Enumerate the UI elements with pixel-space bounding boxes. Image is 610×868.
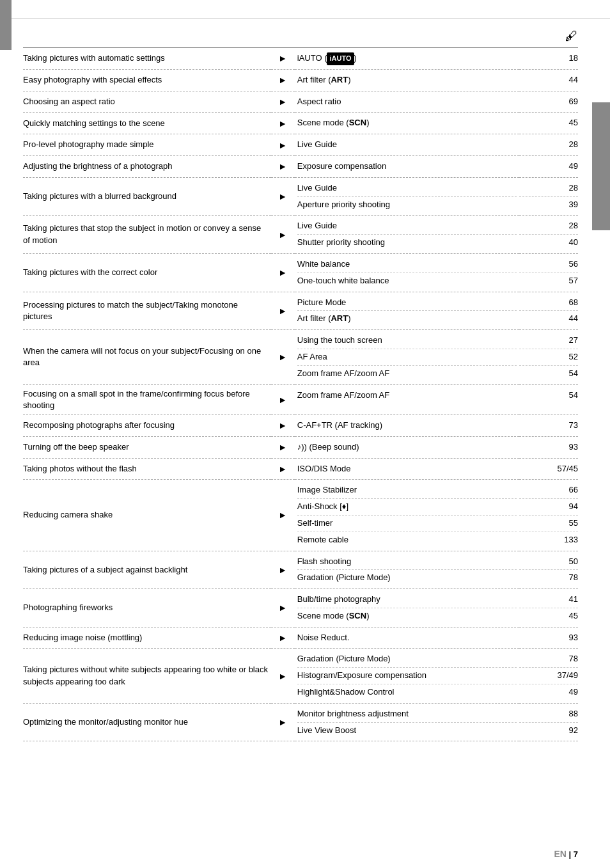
feature-page: 57 [519,273,578,289]
feature-cell: Art filter (ART) [295,69,519,91]
feature-name: Art filter (ART) [297,311,517,327]
feature-name: AF Area [297,349,517,366]
arrow-icon: ► [271,551,295,589]
feature-page: 68 [519,295,578,312]
feature-name: Highlight&Shadow Control [297,684,517,700]
feature-page: 39 [519,197,578,213]
feature-page: 18 [519,51,578,67]
arrow-icon: ► [271,48,295,70]
feature-page: 54 [519,388,578,404]
feature-name: ♪)) (Beep sound) [297,439,517,455]
feature-name: C-AF+TR (AF tracking) [297,418,517,434]
feature-name: Art filter (ART) [297,72,517,88]
page-cell: 54 [519,384,578,414]
task-cell: Optimizing the monitor/adjusting monitor… [23,703,271,741]
table-row: Focusing on a small spot in the frame/co… [23,384,578,414]
feature-cell: ♪)) (Beep sound) [295,436,519,458]
feature-page: 40 [519,235,578,251]
page: 🖋 Taking pictures with automatic setting… [0,0,610,868]
page-cell: 69 [519,91,578,113]
feature-page: 69 [519,94,578,110]
feature-name: Anti-Shock [♦] [297,499,517,516]
page-cell: 7837/4949 [519,649,578,703]
table-row: Processing pictures to match the subject… [23,292,578,330]
feature-cell: Live GuideShutter priority shooting [295,216,519,254]
feature-page: 41 [519,592,578,608]
feature-name: Bulb/time photography [297,592,517,608]
arrow-icon: ► [271,649,295,703]
section-header: 🖋 [23,29,578,43]
feature-page: 45 [519,115,578,131]
feature-cell: Aspect ratio [295,91,519,113]
feature-page: 28 [519,180,578,197]
page-cell: 73 [519,414,578,436]
task-cell: Taking pictures with a blurred backgroun… [23,177,271,216]
page-cell: 5078 [519,551,578,589]
table-row: Taking pictures that stop the subject in… [23,216,578,254]
main-content: 🖋 Taking pictures with automatic setting… [0,19,610,752]
task-cell: Taking pictures with the correct color [23,253,271,292]
task-cell: Focusing on a small spot in the frame/co… [23,384,271,414]
arrow-icon: ► [271,703,295,741]
table-row: Adjusting the brightness of a photograph… [23,155,578,177]
task-cell: Reducing image noise (mottling) [23,627,271,649]
feature-name: Histogram/Exposure compensation [297,668,517,684]
feature-name: Self-timer [297,516,517,532]
arrow-icon: ► [271,253,295,292]
task-cell: Taking pictures of a subject against bac… [23,551,271,589]
page-cell: 93 [519,436,578,458]
arrow-icon: ► [271,292,295,330]
task-cell: Easy photography with special effects [23,69,271,91]
feature-name: Zoom frame AF/zoom AF [297,388,517,404]
feature-page: 133 [519,532,578,548]
feature-name: Picture Mode [297,295,517,312]
page-cell: 669455133 [519,480,578,551]
table-row: Optimizing the monitor/adjusting monitor… [23,703,578,741]
feature-cell: C-AF+TR (AF tracking) [295,414,519,436]
feature-cell: Flash shootingGradation (Picture Mode) [295,551,519,589]
feature-name: Live Guide [297,218,517,235]
feature-cell: Live GuideAperture priority shooting [295,177,519,216]
header [0,0,610,19]
task-cell: Reducing camera shake [23,480,271,551]
feature-name: Exposure compensation [297,159,517,175]
page-cell: 18 [519,48,578,70]
arrow-icon: ► [271,384,295,414]
arrow-icon: ► [271,589,295,627]
page-cell: 4145 [519,589,578,627]
page-cell: 93 [519,627,578,649]
page-cell: 275254 [519,330,578,384]
feature-name: Using the touch screen [297,333,517,349]
feature-name: Remote cable [297,532,517,548]
sidebar-tab [592,102,610,230]
section-icon: 🖋 [565,29,578,43]
feature-page: 49 [519,159,578,175]
feature-page: 52 [519,349,578,366]
feature-cell: Monitor brightness adjustmentLive View B… [295,703,519,741]
arrow-icon: ► [271,69,295,91]
arrow-icon: ► [271,414,295,436]
feature-name: White balance [297,256,517,273]
feature-page: 49 [519,684,578,700]
feature-name: Image Stabilizer [297,482,517,499]
page-cell: 45 [519,113,578,134]
page-cell: 8892 [519,703,578,741]
feature-page: 73 [519,418,578,434]
table-row: Choosing an aspect ratio►Aspect ratio69 [23,91,578,113]
arrow-icon: ► [271,155,295,177]
feature-name: Flash shooting [297,554,517,571]
feature-page: 93 [519,630,578,646]
table-row: Reducing image noise (mottling)►Noise Re… [23,627,578,649]
feature-page: 28 [519,137,578,153]
feature-page: 78 [519,651,578,668]
feature-cell: White balanceOne-touch white balance [295,253,519,292]
table-row: Taking pictures of a subject against bac… [23,551,578,589]
page-cell: 57/45 [519,458,578,480]
table-row: When the camera will not focus on your s… [23,330,578,384]
feature-name: Aspect ratio [297,94,517,110]
table-row: Turning off the beep speaker►♪)) (Beep s… [23,436,578,458]
page-cell: 2839 [519,177,578,216]
feature-page: 66 [519,482,578,499]
feature-name: Aperture priority shooting [297,197,517,213]
arrow-icon: ► [271,458,295,480]
